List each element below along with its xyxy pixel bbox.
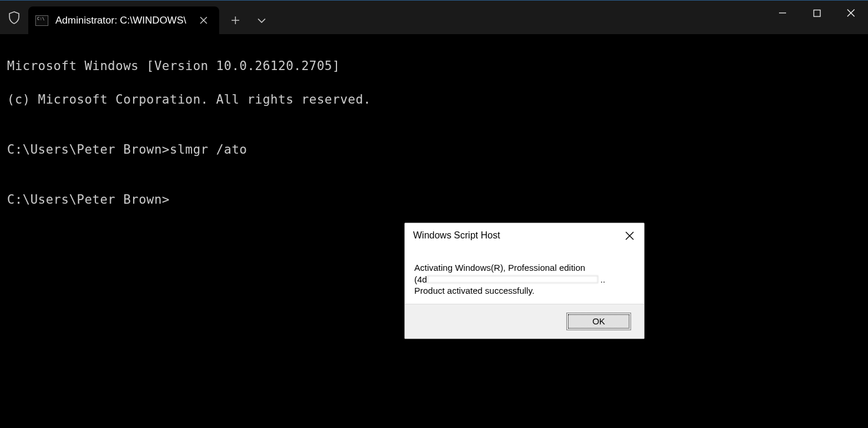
dialog-message-line: Activating Windows(R), Professional edit… (414, 262, 635, 274)
terminal-output[interactable]: Microsoft Windows [Version 10.0.26120.27… (0, 34, 868, 232)
window-titlebar: C:\ Administrator: C:\WINDOWS\ (0, 0, 868, 34)
dialog-message-line: (4d .. (414, 274, 635, 286)
window-controls (765, 1, 868, 25)
ok-button[interactable]: OK (566, 313, 631, 330)
terminal-line: C:\Users\Peter Brown>slmgr /ato (7, 141, 861, 158)
dialog-close-button[interactable] (615, 223, 644, 248)
maximize-button[interactable] (800, 1, 834, 25)
dialog-title: Windows Script Host (413, 230, 500, 241)
terminal-prompt: C:\Users\Peter Brown> (7, 191, 861, 208)
tab-dropdown-button[interactable] (249, 6, 275, 35)
shield-icon (0, 1, 28, 34)
dialog-message-line: Product activated successfully. (414, 285, 635, 297)
terminal-line: (c) Microsoft Corporation. All rights re… (7, 91, 861, 108)
terminal-line: Microsoft Windows [Version 10.0.26120.27… (7, 58, 861, 74)
dialog-footer: OK (405, 304, 644, 339)
dialog-titlebar[interactable]: Windows Script Host (405, 223, 644, 248)
minimize-button[interactable] (765, 1, 800, 25)
tab-title: Administrator: C:\WINDOWS\ (55, 15, 186, 26)
svg-rect-5 (814, 10, 820, 16)
window-close-button[interactable] (834, 1, 868, 25)
terminal-icon: C:\ (35, 15, 48, 26)
titlebar-left: C:\ Administrator: C:\WINDOWS\ (0, 1, 275, 34)
redacted-product-id (427, 276, 598, 283)
script-host-dialog: Windows Script Host Activating Windows(R… (404, 223, 645, 339)
tab-close-button[interactable] (197, 14, 211, 28)
dialog-body: Activating Windows(R), Professional edit… (405, 248, 644, 304)
terminal-tab[interactable]: C:\ Administrator: C:\WINDOWS\ (28, 6, 219, 35)
new-tab-button[interactable] (223, 6, 249, 35)
